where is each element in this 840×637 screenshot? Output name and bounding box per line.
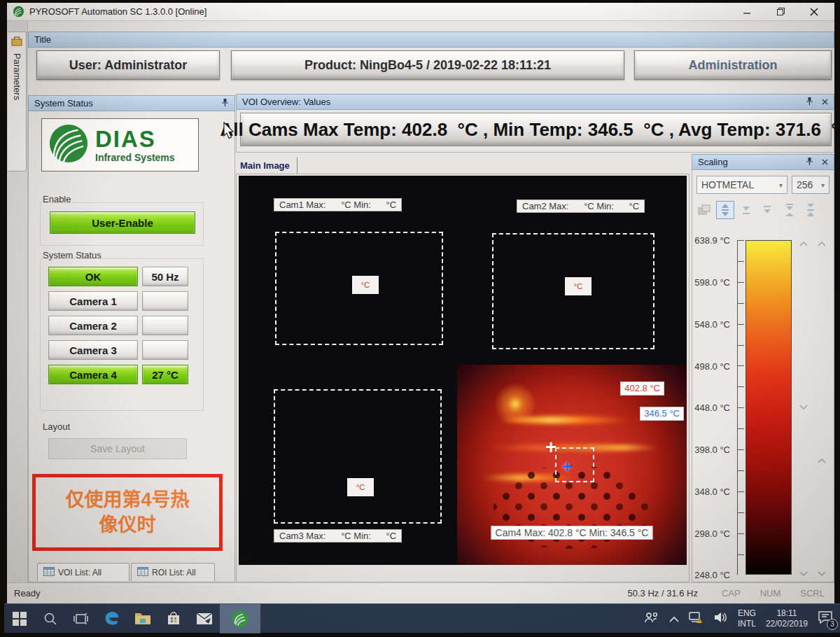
scale-min-icon[interactable]: [737, 201, 755, 219]
dias-logo-icon: [48, 122, 90, 167]
cam2-info-label: Cam2 Max: °C Min: °C: [517, 200, 645, 213]
status-hz-label: 50 Hz: [151, 271, 178, 283]
system-status-panel-title: System Status: [34, 98, 93, 108]
auto-scale-icon[interactable]: [695, 201, 713, 219]
close-icon[interactable]: [822, 97, 828, 107]
voi-list-tab[interactable]: VOI List: All: [37, 563, 130, 581]
voi-overview-panel: VOI Overview: Values All Cams Max Temp: …: [236, 94, 834, 153]
scale-expand-icon[interactable]: [780, 201, 799, 219]
levels-value: 256: [797, 179, 813, 190]
voi-list-tab-label: VOI List: All: [58, 568, 102, 578]
scaling-title: Scaling: [698, 157, 728, 167]
restore-button[interactable]: [776, 7, 785, 17]
colorbar-tick: 298.0 °C: [694, 528, 730, 539]
palette-select[interactable]: HOTMETAL▾: [696, 176, 788, 194]
pyrosoft-app-taskbar-icon[interactable]: [220, 604, 260, 634]
file-explorer-icon[interactable]: [127, 604, 158, 634]
status-rate: 50.3 Hz / 31.6 Hz: [628, 588, 698, 598]
colorbar-tick: 348.0 °C: [694, 486, 730, 497]
camera3-button[interactable]: Camera 3: [48, 340, 138, 360]
spin-up-icon[interactable]: [816, 456, 828, 465]
cam3-marker: °C: [347, 478, 374, 496]
spin-up-icon[interactable]: [797, 239, 810, 248]
clock-date: 22/02/2019: [766, 619, 808, 629]
mouse-cursor: [223, 122, 237, 140]
camera4-button[interactable]: Camera 4: [48, 365, 138, 384]
dias-logo: DIAS Infrared Systems: [41, 118, 199, 172]
user-enable-button[interactable]: User-Enable: [50, 211, 195, 234]
clock[interactable]: 18:11 22/02/2019: [766, 608, 808, 629]
pin-icon[interactable]: [806, 97, 813, 108]
scale-compress-icon[interactable]: [802, 201, 820, 219]
voi-overview-header: VOI Overview: Values: [236, 94, 834, 110]
roi-list-tab[interactable]: ROI List: All: [131, 563, 215, 581]
action-center-icon[interactable]: 3: [818, 610, 833, 627]
camera1-value-box: [142, 291, 188, 311]
cam4-info-label: Cam4 Max: 402.8 °C Min: 346.5 °C: [491, 526, 653, 540]
cam4-min-tag: 346.5 °C: [640, 407, 684, 421]
colorbar-axis: [737, 240, 744, 575]
status-hz-button[interactable]: 50 Hz: [142, 267, 188, 286]
status-ok-label: OK: [85, 271, 102, 283]
system-status-panel-header: System Status: [28, 95, 235, 111]
volume-icon[interactable]: [714, 612, 728, 626]
spin-up-icon[interactable]: [816, 239, 828, 248]
spin-down-icon[interactable]: [816, 569, 828, 579]
status-cap: CAP: [722, 588, 741, 598]
palette-value: HOTMETAL: [701, 179, 754, 190]
parameters-icon: [11, 36, 22, 49]
store-icon[interactable]: [158, 604, 189, 634]
camera1-label: Camera 1: [69, 295, 117, 307]
pin-icon[interactable]: [221, 98, 229, 109]
status-ok-button[interactable]: OK: [48, 267, 138, 286]
user-button[interactable]: User: Administrator: [36, 50, 220, 80]
notice-line1: 仅使用第4号热: [65, 487, 189, 512]
min-temp-cross-marker: +: [562, 458, 572, 475]
camera3-label: Camera 3: [69, 344, 117, 356]
tab-main-image[interactable]: Main Image: [236, 158, 298, 174]
parameters-tab-label: Parameters: [12, 53, 22, 100]
camera3-value-box: [142, 340, 188, 360]
cam4-roi[interactable]: [555, 447, 594, 482]
people-icon[interactable]: [644, 612, 659, 626]
spin-down-icon[interactable]: [797, 569, 810, 579]
parameters-tab[interactable]: Parameters: [8, 31, 27, 172]
camera2-label: Camera 2: [69, 320, 117, 332]
start-button[interactable]: [4, 604, 35, 634]
close-icon[interactable]: [822, 157, 828, 167]
pin-icon[interactable]: [806, 157, 813, 168]
chevron-down-icon: ▾: [821, 181, 825, 189]
window-titlebar: PYROSOFT Automation SC 1.3.0.0 [Online]: [7, 3, 834, 21]
mail-icon[interactable]: [189, 604, 220, 634]
colorbar-tick: 448.0 °C: [694, 402, 730, 413]
status-num: NUM: [760, 588, 781, 598]
spin-down-icon[interactable]: [797, 402, 810, 412]
colorbar-tick: 248.0 °C: [694, 570, 730, 580]
camera2-button[interactable]: Camera 2: [48, 316, 138, 335]
scale-max-icon[interactable]: [758, 201, 776, 219]
network-warning-icon[interactable]: [689, 611, 704, 626]
language-indicator[interactable]: ENG INTL: [738, 608, 756, 629]
user-enable-label: User-Enable: [92, 217, 153, 229]
levels-select[interactable]: 256▾: [792, 176, 830, 194]
scale-updown-icon[interactable]: [716, 201, 734, 219]
title-panel-header: Title: [28, 31, 834, 48]
app-icon: [13, 6, 24, 18]
cam3-info-label: Cam3 Max: °C Min: °C: [274, 529, 402, 542]
minimize-button[interactable]: [742, 7, 752, 17]
edge-browser-icon[interactable]: [97, 604, 127, 634]
tray-expand-icon[interactable]: [669, 612, 679, 625]
language-line2: INTL: [738, 619, 756, 629]
window-title: PYROSOFT Automation SC 1.3.0.0 [Online]: [29, 6, 206, 17]
camera1-button[interactable]: Camera 1: [48, 291, 138, 311]
colorbar-tick: 598.0 °C: [694, 277, 730, 288]
cam3-roi[interactable]: [274, 389, 442, 524]
administration-button[interactable]: Administration: [634, 50, 832, 80]
search-icon[interactable]: [35, 604, 66, 634]
close-button[interactable]: [809, 7, 819, 17]
product-button[interactable]: Product: NingBo4-5 / 2019-02-22 18:11:21: [231, 50, 624, 80]
task-view-icon[interactable]: [66, 604, 97, 634]
save-layout-button[interactable]: Save Layout: [48, 438, 187, 459]
roi-list-tab-label: ROI List: All: [152, 568, 196, 578]
camera-grid: Cam1 Max: °C Min: °C °C Cam2 Max: °C Min…: [239, 176, 687, 565]
